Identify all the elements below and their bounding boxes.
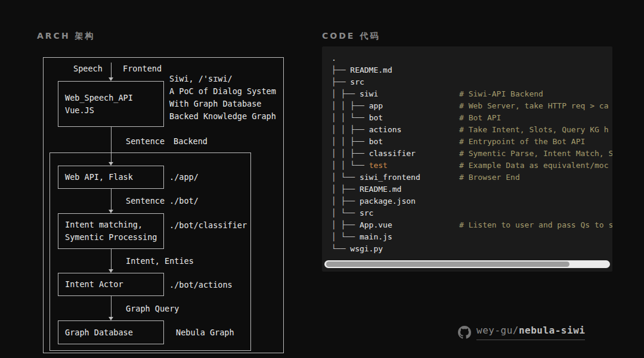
repo-link[interactable]: wey-gu/nebula-siwi bbox=[458, 325, 585, 340]
tree-entry-name: classifier bbox=[369, 149, 416, 158]
backend-label: Backend bbox=[174, 136, 208, 147]
scrollbar-thumb[interactable] bbox=[326, 262, 569, 267]
tree-row: ├── src bbox=[332, 76, 420, 88]
tree-row: . bbox=[332, 52, 420, 64]
tree-entry-comment: # Bot API bbox=[459, 112, 501, 124]
tree-entry-comment: # Browser End bbox=[459, 172, 520, 183]
tree-row: ├── README.md bbox=[332, 64, 420, 76]
tree-entry-name: App.vue bbox=[360, 220, 392, 229]
tree-entry-name: src bbox=[360, 208, 373, 217]
arch-section-heading: ARCH 架构 bbox=[37, 31, 95, 42]
repo-owner: wey-gu/ bbox=[476, 325, 519, 336]
app-path-label: ./app/ bbox=[169, 172, 199, 182]
tree-branch: │ └── bbox=[332, 173, 360, 182]
intent-classifier-line1: Intent matching, bbox=[65, 219, 163, 231]
graph-database-box: Graph Database bbox=[58, 320, 164, 344]
tree-entry-comment: # Web Server, take HTTP req > ca bbox=[459, 100, 608, 112]
frontend-box-line2: Vue.JS bbox=[65, 104, 163, 117]
intro-line: A PoC of Dialog System bbox=[169, 85, 276, 98]
tree-row: │ ├── siwi# Siwi-API Backend bbox=[332, 88, 420, 100]
frontend-label: Frontend bbox=[123, 63, 162, 74]
graph-query-label: Graph Query bbox=[126, 303, 179, 314]
actions-path-label: ./bot/actions bbox=[169, 279, 233, 290]
tree-row: │ └── src bbox=[332, 207, 420, 219]
tree-branch: │ │ └── bbox=[332, 113, 369, 122]
connector-line bbox=[111, 189, 112, 210]
tree-entry-comment: # Take Intent, Slots, Query KG h bbox=[459, 124, 608, 136]
tree-entry-name: actions bbox=[369, 125, 402, 134]
tree-row: │ ├── README.md bbox=[332, 183, 420, 195]
sentence-label: Sentence bbox=[126, 136, 165, 147]
tree-entry-name: . bbox=[332, 54, 336, 63]
intent-classifier-box: Intent matching, Symentic Processing bbox=[58, 213, 164, 249]
tree-branch: │ │ └── bbox=[332, 161, 369, 170]
project-intro-note: Siwi, /'sɪwi/ A PoC of Dialog System Wit… bbox=[169, 73, 276, 123]
intent-actor-box: Intent Actor bbox=[58, 273, 164, 296]
tree-entry-comment: # Entrypoint of the Bot API bbox=[459, 136, 585, 148]
tree-entry-name: main.js bbox=[360, 232, 392, 241]
tree-entry-name: package.json bbox=[360, 197, 416, 206]
tree-entry-name: README.md bbox=[350, 66, 392, 74]
web-api-box-label: Web API, Flask bbox=[65, 171, 163, 183]
tree-entry-comment: # Example Data as equivalent/moc bbox=[459, 160, 608, 172]
horizontal-scrollbar[interactable] bbox=[324, 260, 610, 268]
tree-row: └── wsgi.py bbox=[332, 243, 420, 255]
tree-entry-name: bot bbox=[369, 137, 383, 146]
frontend-box: Web_Speech_API Vue.JS bbox=[58, 81, 164, 127]
repo-name: nebula-siwi bbox=[519, 325, 585, 336]
frontend-box-line1: Web_Speech_API bbox=[65, 92, 163, 104]
intro-line: With Graph Database bbox=[169, 98, 276, 110]
tree-entry-name: src bbox=[350, 77, 364, 86]
code-section-heading: CODE 代码 bbox=[322, 31, 380, 42]
tree-entry-comment: # Siwi-API Backend bbox=[459, 88, 543, 100]
tree-entry-comment: # Listen to user and pass Qs to s bbox=[459, 219, 612, 231]
github-icon bbox=[458, 326, 471, 339]
tree-entry-name: README.md bbox=[360, 185, 401, 194]
tree-entry-name: siwi_frontend bbox=[360, 173, 420, 182]
graph-database-label: Graph Database bbox=[65, 326, 163, 339]
tree-row: │ ├── package.json bbox=[332, 195, 420, 207]
nebula-graph-label: Nebula Graph bbox=[176, 327, 234, 338]
architecture-diagram: Speech Frontend Web_Speech_API Vue.JS Si… bbox=[43, 57, 284, 353]
tree-branch: └── bbox=[332, 244, 350, 253]
tree-branch: ├── bbox=[332, 66, 350, 74]
tree-row: │ └── siwi_frontend# Browser End bbox=[332, 172, 420, 183]
intent-entities-label: Intent, Enties bbox=[126, 256, 194, 266]
tree-branch: │ │ ├── bbox=[332, 149, 369, 158]
intro-line: Backed Knowledge Graph bbox=[169, 110, 276, 123]
classifier-path-label: ./bot/classifier bbox=[169, 220, 247, 231]
tree-branch: ├── bbox=[332, 77, 350, 86]
tree-row: │ │ ├── bot# Entrypoint of the Bot API bbox=[332, 136, 420, 148]
bot-path-label: ./bot/ bbox=[169, 195, 199, 206]
intent-actor-label: Intent Actor bbox=[65, 278, 163, 291]
tree-branch: │ │ ├── bbox=[332, 137, 369, 146]
tree-branch: │ │ ├── bbox=[332, 101, 369, 110]
connector-line bbox=[111, 296, 112, 317]
tree-row: │ ├── App.vue# Listen to user and pass Q… bbox=[332, 219, 420, 231]
tree-branch: │ ├── bbox=[332, 185, 360, 194]
speech-label: Speech bbox=[73, 63, 103, 74]
tree-branch: │ ├── bbox=[332, 197, 360, 206]
tree-row: │ │ ├── actions# Take Intent, Slots, Que… bbox=[332, 124, 420, 136]
tree-branch: │ ├── bbox=[332, 89, 360, 98]
file-tree: . ├── README.md ├── src │ ├── siwi# Siwi… bbox=[332, 52, 420, 255]
tree-entry-name: wsgi.py bbox=[350, 244, 383, 253]
tree-branch: │ ├── bbox=[332, 220, 360, 229]
intent-classifier-line2: Symentic Processing bbox=[65, 231, 163, 244]
web-api-box: Web API, Flask bbox=[58, 166, 164, 189]
tree-entry-name: siwi bbox=[360, 89, 378, 98]
tree-entry-comment: # Symentic Parse, Intent Match, S bbox=[459, 148, 612, 160]
tree-entry-name: test bbox=[369, 161, 388, 170]
connector-line bbox=[111, 249, 112, 269]
intro-line: Siwi, /'sɪwi/ bbox=[169, 73, 276, 85]
tree-row: │ └── main.js bbox=[332, 231, 420, 243]
tree-row: │ │ ├── app# Web Server, take HTTP req >… bbox=[332, 100, 420, 112]
tree-branch: │ └── bbox=[332, 208, 360, 217]
tree-row: │ │ └── bot# Bot API bbox=[332, 112, 420, 124]
tree-row: │ │ ├── classifier# Symentic Parse, Inte… bbox=[332, 148, 420, 160]
code-panel: . ├── README.md ├── src │ ├── siwi# Siwi… bbox=[322, 46, 612, 272]
tree-branch: │ └── bbox=[332, 232, 360, 241]
tree-row-highlighted: │ │ └── test# Example Data as equivalent… bbox=[332, 160, 420, 172]
sentence-label: Sentence bbox=[126, 195, 165, 206]
tree-branch: │ │ ├── bbox=[332, 125, 369, 134]
